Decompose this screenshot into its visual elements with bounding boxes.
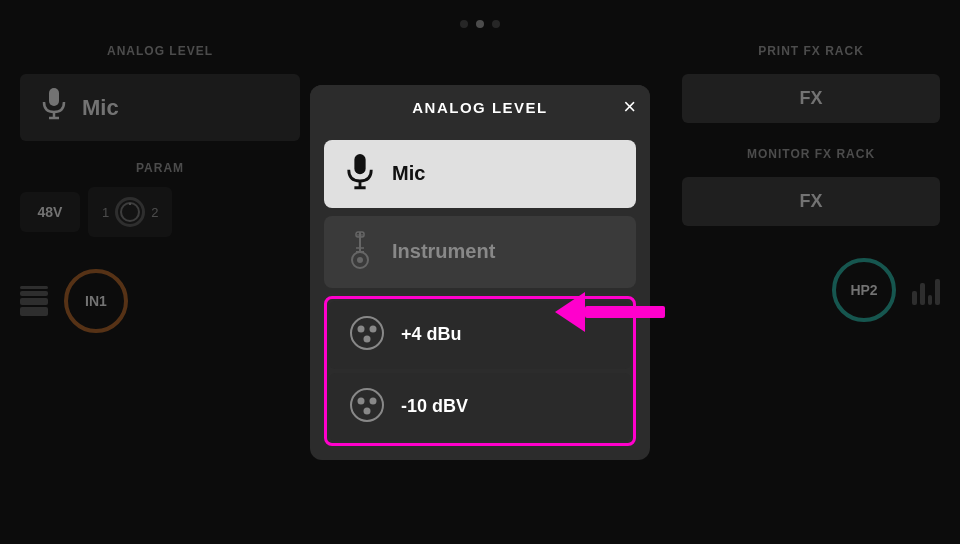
modal-header: ANALOG LEVEL ×: [310, 85, 650, 130]
guitar-icon: [344, 230, 376, 274]
svg-point-20: [351, 389, 383, 421]
svg-point-22: [370, 397, 377, 404]
svg-point-9: [357, 257, 363, 263]
arrow-body: [585, 306, 665, 318]
minus10dbv-option[interactable]: -10 dBV: [329, 373, 631, 441]
svg-point-23: [364, 407, 371, 414]
svg-point-21: [358, 397, 365, 404]
arrow-head: [555, 292, 585, 332]
plus4dbu-label: +4 dBu: [401, 324, 462, 345]
svg-point-19: [364, 335, 371, 342]
svg-rect-5: [354, 154, 365, 174]
mic-option[interactable]: Mic: [324, 140, 636, 208]
modal-overlay: ANALOG LEVEL × Mic: [0, 0, 960, 544]
instrument-option[interactable]: Instrument: [324, 216, 636, 288]
modal-close-button[interactable]: ×: [623, 96, 636, 118]
svg-point-16: [351, 317, 383, 349]
xlr-connector-icon-1: [349, 315, 385, 355]
minus10dbv-label: -10 dBV: [401, 396, 468, 417]
instrument-option-label: Instrument: [392, 240, 495, 263]
analog-level-modal: ANALOG LEVEL × Mic: [310, 85, 650, 460]
modal-title: ANALOG LEVEL: [412, 99, 548, 116]
mic-option-icon: [344, 154, 376, 194]
mic-option-label: Mic: [392, 162, 425, 185]
xlr-connector-icon-2: [349, 387, 385, 427]
arrow-indicator: [555, 292, 665, 332]
svg-point-17: [358, 325, 365, 332]
svg-point-18: [370, 325, 377, 332]
